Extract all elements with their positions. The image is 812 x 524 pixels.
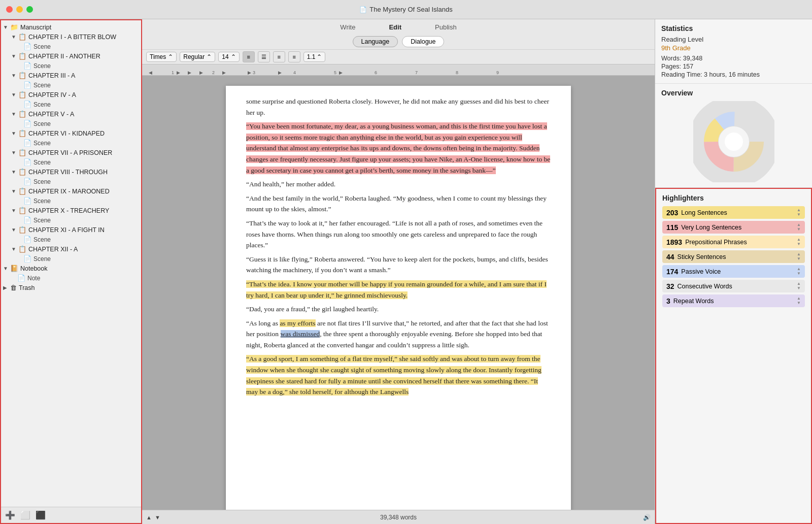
add-document-button[interactable]: ➕ bbox=[5, 510, 15, 520]
hl-long-up[interactable]: ▲ bbox=[797, 208, 801, 212]
hl-sticky-up[interactable]: ▲ bbox=[797, 252, 801, 256]
sidebar-content[interactable]: ▼ 📁 Manuscript ▼ 📋 CHAPTER I - A BITTER … bbox=[1, 20, 141, 507]
sidebar-item-ch4[interactable]: ▼ 📋 CHAPTER IV - A bbox=[1, 90, 141, 100]
sidebar-item-ch3-scene[interactable]: 📄 Scene bbox=[1, 80, 141, 90]
sidebar-corkboard-button[interactable]: ⬛ bbox=[36, 510, 46, 520]
sidebar-item-ch7[interactable]: ▼ 📋 CHAPTER VII - A PRISONER bbox=[1, 148, 141, 157]
font-select[interactable]: Times ⌃ bbox=[146, 52, 177, 62]
tab-write[interactable]: Write bbox=[336, 22, 359, 32]
word-count: 39,348 words bbox=[380, 514, 417, 521]
close-button[interactable] bbox=[6, 6, 13, 13]
minimize-button[interactable] bbox=[16, 6, 23, 13]
sidebar-item-ch2-scene[interactable]: 📄 Scene bbox=[1, 61, 141, 71]
sidebar-item-ch9-scene[interactable]: 📄 Scene bbox=[1, 196, 141, 206]
size-select[interactable]: 14 ⌃ bbox=[218, 52, 239, 62]
hl-passive-down[interactable]: ▼ bbox=[797, 272, 801, 276]
sidebar-manuscript[interactable]: ▼ 📁 Manuscript bbox=[1, 22, 141, 32]
editor-page[interactable]: some surprise and questioned Roberta clo… bbox=[226, 86, 571, 510]
hl-very-long-sentences[interactable]: 115 Very Long Sentences ▲ ▼ bbox=[662, 221, 805, 234]
align-center-button[interactable]: ☰ bbox=[258, 51, 270, 62]
sidebar-item-ch2[interactable]: ▼ 📋 CHAPTER II - ANOTHER bbox=[1, 51, 141, 61]
sidebar-item-ch10-scene[interactable]: 📄 Scene bbox=[1, 215, 141, 225]
hl-prepositional[interactable]: 1893 Prepositional Phrases ▲ ▼ bbox=[662, 236, 805, 248]
sidebar-item-ch6-scene[interactable]: 📄 Scene bbox=[1, 138, 141, 148]
hl-repeat-words[interactable]: 3 Repeat Words ▲ ▼ bbox=[662, 294, 805, 307]
hl-repeat-up[interactable]: ▲ bbox=[797, 297, 801, 301]
sidebar-item-ch4-scene[interactable]: 📄 Scene bbox=[1, 100, 141, 109]
sidebar-item-ch7-scene[interactable]: 📄 Scene bbox=[1, 157, 141, 167]
hl-prep-down[interactable]: ▼ bbox=[797, 242, 801, 246]
hl-sticky-down[interactable]: ▼ bbox=[797, 257, 801, 261]
hl-long-sentences[interactable]: 203 Long Sentences ▲ ▼ bbox=[662, 206, 805, 219]
sidebar-item-ch8[interactable]: ▼ 📋 CHAPTER VIII - THROUGH bbox=[1, 167, 141, 177]
window-controls[interactable] bbox=[6, 6, 33, 13]
chapter-icon: 📋 bbox=[18, 149, 26, 156]
hl-repeat-arrows[interactable]: ▲ ▼ bbox=[797, 297, 801, 305]
editor-content-wrap[interactable]: some surprise and questioned Roberta clo… bbox=[142, 76, 655, 510]
hl-sticky-count: 44 bbox=[666, 253, 674, 261]
hl-long-arrows[interactable]: ▲ ▼ bbox=[797, 208, 801, 217]
sidebar-item-ch10[interactable]: ▼ 📋 CHAPTER X - TREACHERY bbox=[1, 206, 141, 215]
hl-sticky-arrows[interactable]: ▲ ▼ bbox=[797, 252, 801, 261]
hl-passive-count: 174 bbox=[666, 268, 678, 276]
hl-sticky-sentences[interactable]: 44 Sticky Sentences ▲ ▼ bbox=[662, 250, 805, 263]
nav-next-button[interactable]: ▼ bbox=[155, 514, 160, 520]
hl-consecutive-words[interactable]: 32 Consecutive Words ▲ ▼ bbox=[662, 280, 805, 292]
chapter-icon: 📋 bbox=[18, 245, 26, 253]
hl-long-down[interactable]: ▼ bbox=[797, 213, 801, 217]
sidebar-item-ch1-scene[interactable]: 📄 Scene bbox=[1, 42, 141, 51]
align-right-button[interactable]: ≡ bbox=[273, 51, 285, 62]
speaker-icon[interactable]: 🔊 bbox=[643, 514, 651, 521]
hl-vlong-arrows[interactable]: ▲ ▼ bbox=[797, 223, 801, 232]
ch1-scene-label: Scene bbox=[33, 43, 51, 50]
sidebar-item-ch5-scene[interactable]: 📄 Scene bbox=[1, 119, 141, 128]
style-select[interactable]: Regular ⌃ bbox=[180, 52, 215, 62]
scene-icon: 📄 bbox=[23, 139, 31, 147]
chapter6-label: CHAPTER VI - KIDNAPED bbox=[28, 130, 105, 137]
hl-passive-voice[interactable]: 174 Passive Voice ▲ ▼ bbox=[662, 265, 805, 278]
sidebar-item-ch1[interactable]: ▼ 📋 CHAPTER I - A BITTER BLOW bbox=[1, 32, 141, 42]
maximize-button[interactable] bbox=[26, 6, 33, 13]
arrow-icon: ▼ bbox=[3, 24, 9, 30]
hl-passive-up[interactable]: ▲ bbox=[797, 267, 801, 271]
para-1: some surprise and questioned Roberta clo… bbox=[246, 96, 551, 118]
sidebar-item-ch6[interactable]: ▼ 📋 CHAPTER VI - KIDNAPED bbox=[1, 128, 141, 138]
spacing-select[interactable]: 1.1 ⌃ bbox=[303, 52, 326, 62]
sidebar-item-ch5[interactable]: ▼ 📋 CHAPTER V - A bbox=[1, 109, 141, 119]
hl-vlong-down[interactable]: ▼ bbox=[797, 227, 801, 232]
seg-dialogue[interactable]: Dialogue bbox=[402, 36, 444, 47]
arrow-icon: ▼ bbox=[11, 150, 17, 155]
scene-icon: 📄 bbox=[23, 158, 31, 166]
sidebar-item-ch3[interactable]: ▼ 📋 CHAPTER III - A bbox=[1, 71, 141, 80]
sidebar-item-ch12-scene[interactable]: 📄 Scene bbox=[1, 254, 141, 264]
hl-consec-arrows[interactable]: ▲ ▼ bbox=[797, 282, 801, 290]
tab-publish[interactable]: Publish bbox=[431, 22, 461, 32]
reading-level-value: 9th Grade bbox=[661, 44, 806, 52]
hl-vlong-up[interactable]: ▲ bbox=[797, 223, 801, 227]
hl-prep-up[interactable]: ▲ bbox=[797, 238, 801, 242]
seg-language[interactable]: Language bbox=[353, 36, 398, 47]
sidebar-item-ch9[interactable]: ▼ 📋 CHAPTER IX - MAROONED bbox=[1, 186, 141, 196]
sidebar-note[interactable]: 📄 Note bbox=[1, 273, 141, 283]
arrow-icon: ▼ bbox=[11, 73, 17, 78]
hl-consec-up[interactable]: ▲ bbox=[797, 282, 801, 286]
hl-consec-down[interactable]: ▼ bbox=[797, 286, 801, 290]
sidebar-view-button[interactable]: ⬜ bbox=[20, 510, 30, 520]
chapter3-label: CHAPTER III - A bbox=[28, 72, 75, 79]
align-left-button[interactable]: ≡ bbox=[243, 51, 255, 62]
reading-time-label: Reading Time: bbox=[661, 71, 702, 78]
hl-repeat-down[interactable]: ▼ bbox=[797, 301, 801, 305]
tab-edit[interactable]: Edit bbox=[385, 22, 405, 32]
hl-prep-arrows[interactable]: ▲ ▼ bbox=[797, 238, 801, 246]
sidebar-item-ch11-scene[interactable]: 📄 Scene bbox=[1, 235, 141, 244]
align-justify-button[interactable]: ≡ bbox=[288, 51, 300, 62]
sidebar-item-ch12[interactable]: ▼ 📋 CHAPTER XII - A bbox=[1, 244, 141, 254]
chapter-icon: 📋 bbox=[18, 168, 26, 176]
hl-passive-arrows[interactable]: ▲ ▼ bbox=[797, 267, 801, 276]
sidebar-trash[interactable]: ▶ 🗑 Trash bbox=[1, 283, 141, 292]
nav-prev-button[interactable]: ▲ bbox=[146, 514, 152, 520]
sidebar-item-ch8-scene[interactable]: 📄 Scene bbox=[1, 177, 141, 186]
statusbar: ▲ ▼ 39,348 words 🔊 bbox=[142, 510, 655, 524]
sidebar-item-ch11[interactable]: ▼ 📋 CHAPTER XI - A FIGHT IN bbox=[1, 225, 141, 235]
sidebar-notebook[interactable]: ▼ 📔 Notebook bbox=[1, 264, 141, 273]
